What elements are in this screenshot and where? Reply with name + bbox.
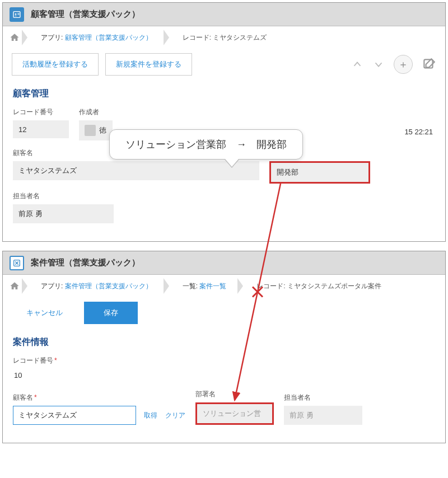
breadcrumb: アプリ: 顧客管理（営業支援パック） レコード: ミヤタシステムズ xyxy=(3,26,445,49)
breadcrumb-app[interactable]: アプリ: 顧客管理（営業支援パック） xyxy=(30,30,161,46)
breadcrumb-list[interactable]: 一覧: 案件一覧 xyxy=(171,278,236,294)
register-activity-button[interactable]: 活動履歴を登録する xyxy=(12,53,99,76)
form: レコード番号 12 作成者 徳 15 22:21 顧客名 ミヤタシステムズ 部署… xyxy=(3,105,445,241)
home-icon[interactable] xyxy=(10,32,20,43)
field-dept: 部署名 ソリューション営 xyxy=(195,390,274,425)
app-icon xyxy=(10,256,24,270)
panel-title: 顧客管理（営業支援パック） xyxy=(31,9,140,20)
get-action[interactable]: 取得 xyxy=(144,411,157,420)
prev-record-icon[interactable] xyxy=(351,58,363,71)
add-button[interactable]: ＋ xyxy=(394,55,413,74)
breadcrumb-record: レコード: ミヤタシステムズ xyxy=(171,30,276,46)
contact-value: 前原 勇 xyxy=(284,406,362,425)
field-creator: 作成者 徳 xyxy=(79,107,113,140)
field-customer: 顧客名* ミヤタシステムズ 取得 クリア xyxy=(13,393,185,425)
annotation-tooltip: ソリューション営業部 → 開発部 xyxy=(109,129,303,160)
cancel-button[interactable]: キャンセル xyxy=(12,302,77,324)
breadcrumb: アプリ: 案件管理（営業支援パック） 一覧: 案件一覧 レコード: ミヤタシステ… xyxy=(3,275,445,297)
clear-action[interactable]: クリア xyxy=(165,411,185,420)
breadcrumb-app[interactable]: アプリ: 案件管理（営業支援パック） xyxy=(30,278,161,294)
edit-icon[interactable] xyxy=(422,57,436,72)
avatar-icon xyxy=(85,125,96,136)
dept-value: 開発部 xyxy=(269,161,370,184)
field-contact: 担当者名 前原 勇 xyxy=(284,393,362,425)
panel-customer-mgmt: 顧客管理（営業支援パック） アプリ: 顧客管理（営業支援パック） レコード: ミ… xyxy=(2,2,446,242)
field-updated: 15 22:21 xyxy=(402,107,435,140)
panel-title: 案件管理（営業支援パック） xyxy=(31,257,140,268)
record-no-value: 10 xyxy=(13,369,57,382)
register-case-button[interactable]: 新規案件を登録する xyxy=(105,53,192,76)
panel-header: 案件管理（営業支援パック） xyxy=(3,251,445,275)
field-record-no: レコード番号 12 xyxy=(13,107,69,140)
svg-point-1 xyxy=(15,13,17,15)
save-button[interactable]: 保存 xyxy=(84,302,138,324)
section-title: 顧客管理 xyxy=(3,80,445,105)
updated-value: 15 22:21 xyxy=(402,123,435,140)
field-record-no: レコード番号* 10 xyxy=(13,356,57,382)
creator-value: 徳 xyxy=(79,120,113,140)
customer-input[interactable]: ミヤタシステムズ xyxy=(13,406,136,425)
panel-header: 顧客管理（営業支援パック） xyxy=(3,3,445,26)
breadcrumb-record: レコード: ミヤタシステムズポータル案件 xyxy=(245,278,390,294)
home-icon[interactable] xyxy=(10,281,20,291)
form: レコード番号* 10 顧客名* ミヤタシステムズ 取得 クリア 部署名 ソリュー… xyxy=(3,354,445,443)
toolbar: キャンセル 保存 xyxy=(3,297,445,329)
field-contact: 担当者名 前原 勇 xyxy=(13,191,114,223)
contact-value: 前原 勇 xyxy=(13,204,114,223)
panel-case-mgmt: 案件管理（営業支援パック） アプリ: 案件管理（営業支援パック） 一覧: 案件一… xyxy=(2,251,446,443)
section-title: 案件情報 xyxy=(3,329,445,354)
toolbar: 活動履歴を登録する 新規案件を登録する ＋ xyxy=(3,49,445,80)
record-no-value: 12 xyxy=(13,120,69,138)
app-icon xyxy=(10,7,24,22)
next-record-icon[interactable] xyxy=(372,58,385,71)
customer-value: ミヤタシステムズ xyxy=(13,161,259,180)
dept-value: ソリューション営 xyxy=(195,402,274,425)
